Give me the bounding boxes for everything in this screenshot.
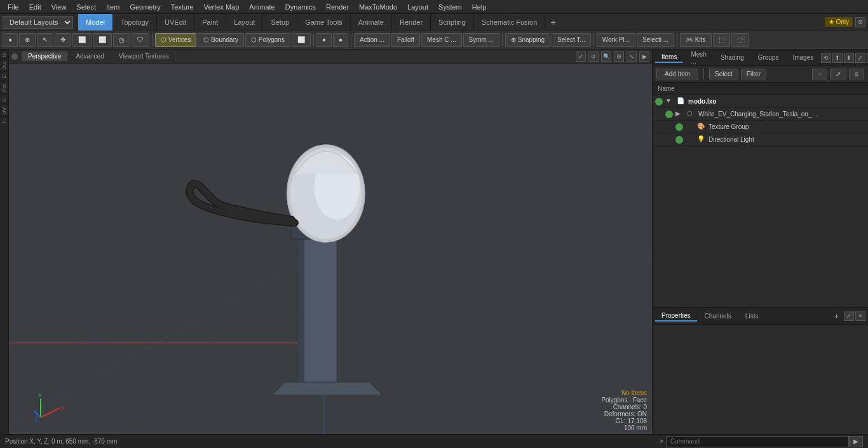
items-expand-button[interactable]: ⤢: [830, 69, 846, 79]
layout-tab-plus[interactable]: +: [545, 16, 560, 29]
props-expand-icon[interactable]: ⤢: [844, 311, 854, 321]
tool-polygons[interactable]: ⬡ Polygons: [245, 33, 290, 47]
tool-select2[interactable]: ⬜: [93, 33, 112, 47]
menu-system[interactable]: System: [433, 2, 467, 12]
tool-shield[interactable]: 🛡: [132, 33, 149, 47]
tab-mesh[interactable]: Mesh ...: [684, 50, 712, 66]
layout-tab-gametools[interactable]: Game Tools: [297, 14, 351, 31]
menu-vertex-map[interactable]: Vertex Map: [199, 2, 245, 12]
tool-falloff[interactable]: Falloff: [391, 33, 420, 47]
layout-tab-layout[interactable]: Layout: [226, 14, 263, 31]
viewport-expand-icon[interactable]: ⤡: [627, 51, 637, 62]
tool-select-rect[interactable]: ⬜: [72, 33, 92, 47]
layout-tab-model[interactable]: Model: [78, 14, 113, 31]
tool-circle[interactable]: ◎: [113, 33, 130, 47]
star-only-label[interactable]: ★ Only: [825, 17, 853, 27]
menu-layout[interactable]: Layout: [402, 2, 433, 12]
viewport-zoom-icon[interactable]: 🔍: [601, 51, 611, 62]
menu-view[interactable]: View: [46, 2, 72, 12]
tab-images[interactable]: Images: [786, 53, 820, 62]
tab-channels[interactable]: Channels: [698, 311, 738, 321]
tab-groups[interactable]: Groups: [752, 53, 785, 62]
items-tab-icon3[interactable]: ⬇: [844, 53, 854, 63]
tool-dot[interactable]: ●: [3, 33, 18, 47]
menu-maxtomodo[interactable]: MaxToModo: [354, 2, 402, 12]
layout-settings-icon[interactable]: ⚙: [855, 17, 865, 27]
lvt-pol[interactable]: Pol:: [0, 81, 8, 94]
list-item-light[interactable]: 💡 Directional Light: [653, 133, 868, 146]
lvt-c[interactable]: C:: [0, 94, 8, 104]
tab-properties[interactable]: Properties: [655, 311, 697, 322]
menu-select[interactable]: Select: [71, 2, 101, 12]
tab-shading[interactable]: Shading: [714, 53, 750, 62]
list-item-root[interactable]: ▼ 📄 modo.lxo: [653, 95, 868, 108]
viewport-rotate-icon[interactable]: ↺: [588, 51, 599, 62]
vis-dot-mesh[interactable]: [665, 111, 673, 118]
menu-item[interactable]: Item: [101, 2, 125, 12]
layout-tab-paint[interactable]: Paint: [194, 14, 226, 31]
tool-snapping[interactable]: ⊕ Snapping: [505, 33, 550, 47]
list-item-texture[interactable]: 🎨 Texture Group: [653, 121, 868, 133]
layout-tab-setup[interactable]: Setup: [263, 14, 297, 31]
tool-selecti[interactable]: Selecti ...: [637, 33, 674, 47]
lvt-uv[interactable]: UV:: [0, 104, 8, 116]
add-item-button[interactable]: Add Item: [656, 69, 698, 79]
menu-file[interactable]: File: [3, 2, 24, 12]
tab-lists[interactable]: Lists: [739, 311, 765, 321]
tool-boundary[interactable]: ⬡ Boundary: [198, 33, 244, 47]
layout-select[interactable]: Default Layouts: [3, 16, 73, 29]
items-tab-icon2[interactable]: ⬆: [832, 53, 843, 63]
props-settings-icon[interactable]: ≡: [855, 311, 865, 321]
tool-symm[interactable]: Symm ...: [463, 33, 499, 47]
command-input[interactable]: [666, 436, 849, 447]
items-tab-icon1[interactable]: ⟲: [821, 53, 831, 63]
tool-action[interactable]: Action ...: [354, 33, 390, 47]
tool-globe[interactable]: ⊕: [19, 33, 36, 47]
menu-geometry[interactable]: Geometry: [125, 2, 165, 12]
lvt-du[interactable]: Du:: [0, 59, 8, 71]
items-list[interactable]: ▼ 📄 modo.lxo ▶ ⬡ White_EV_Charging_Stati…: [653, 95, 868, 307]
select-button[interactable]: Select: [709, 69, 738, 79]
items-tab-expand[interactable]: ⤢: [855, 53, 865, 63]
menu-texture[interactable]: Texture: [166, 2, 199, 12]
lvt-e[interactable]: E:: [0, 71, 8, 81]
layout-tab-render[interactable]: Render: [392, 14, 431, 31]
tool-vr2[interactable]: ⬚: [731, 33, 749, 47]
tool-work-pl[interactable]: Work Pl...: [597, 33, 635, 47]
viewport-dot[interactable]: [11, 53, 18, 60]
vis-dot-root[interactable]: [655, 98, 663, 105]
tool-mesh-c[interactable]: Mesh C ...: [421, 33, 462, 47]
command-go-button[interactable]: ▶: [849, 436, 863, 447]
tool-dot3[interactable]: ●: [333, 33, 348, 47]
tool-vr[interactable]: ⬚: [713, 33, 730, 47]
layout-tab-animate[interactable]: Animate: [351, 14, 392, 31]
tool-move[interactable]: ✥: [55, 33, 71, 47]
layout-tab-schematic[interactable]: Schematic Fusion: [474, 14, 545, 31]
menu-edit[interactable]: Edit: [24, 2, 46, 12]
tool-select-t[interactable]: Select T...: [552, 33, 591, 47]
viewport-tab-perspective[interactable]: Perspective: [22, 51, 68, 61]
lvt-d[interactable]: D:: [0, 50, 8, 59]
tab-items[interactable]: Items: [655, 52, 683, 63]
filter-button[interactable]: Filter: [741, 69, 766, 79]
props-tab-plus[interactable]: +: [831, 311, 843, 322]
layout-tab-topology[interactable]: Topology: [113, 14, 157, 31]
viewport-tab-advanced[interactable]: Advanced: [69, 51, 111, 61]
layout-tab-uvedit[interactable]: UVEdit: [157, 14, 194, 31]
menu-help[interactable]: Help: [467, 2, 492, 12]
lvt-f[interactable]: F:: [0, 116, 8, 125]
layout-tab-scripting[interactable]: Scripting: [431, 14, 474, 31]
viewport-arrow-icon[interactable]: ▶: [639, 51, 649, 62]
tool-dot2[interactable]: ●: [316, 33, 332, 47]
menu-render[interactable]: Render: [321, 2, 354, 12]
menu-dynamics[interactable]: Dynamics: [280, 2, 321, 12]
tool-poly-mode[interactable]: ⬜: [292, 33, 311, 47]
viewport-settings-icon[interactable]: ⚙: [614, 51, 624, 62]
viewport-canvas[interactable]: X Y Z No Items Polygons : Face Channels:…: [9, 64, 652, 434]
items-minus-button[interactable]: −: [812, 69, 827, 79]
vis-dot-light[interactable]: [675, 136, 683, 144]
tool-cursor[interactable]: ↖: [37, 33, 53, 47]
tool-vertices[interactable]: ⬡ Vertices: [155, 33, 196, 47]
viewport-move-icon[interactable]: ⤢: [576, 51, 586, 62]
items-menu-button[interactable]: ≡: [849, 69, 864, 79]
